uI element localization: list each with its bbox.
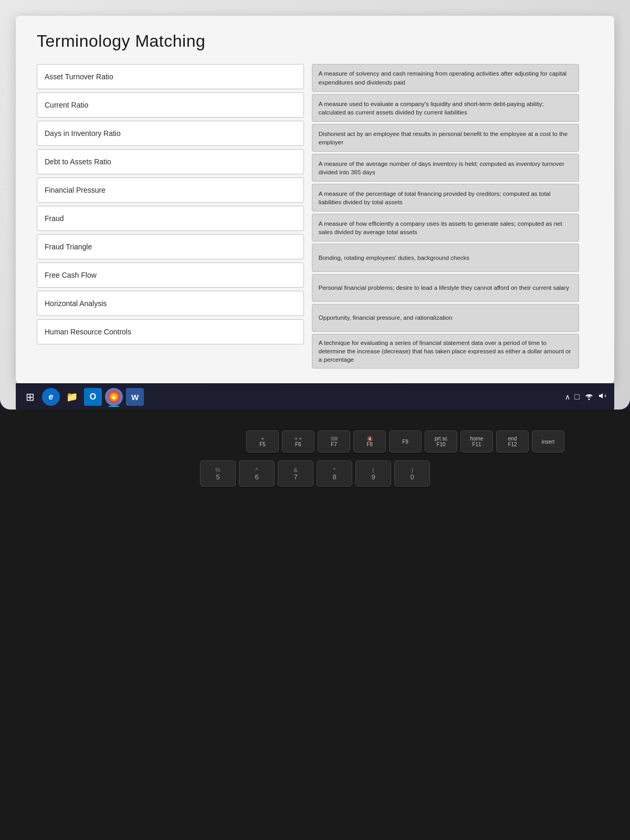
key-f12[interactable]: end F12 (496, 430, 529, 453)
taskbar-outlook-icon[interactable]: O (84, 388, 102, 406)
system-tray: ∧ □ (565, 391, 609, 403)
definition-box-def10[interactable]: A technique for evaluating a series of f… (312, 334, 579, 369)
definition-box-def2[interactable]: A measure used to evaluate a company's l… (312, 94, 579, 122)
key-f5[interactable]: ☀ F5 (246, 430, 279, 453)
term-box-asset-turnover[interactable]: Asset Turnover Ratio (37, 64, 304, 89)
definition-box-def5[interactable]: A measure of the percentage of total fin… (312, 184, 579, 212)
term-box-fraud-triangle[interactable]: Fraud Triangle (37, 234, 304, 259)
taskbar-files-icon[interactable]: 📁 (63, 388, 81, 406)
key-asterisk-8[interactable]: * 8 (317, 460, 352, 487)
page-title: Terminology Matching (37, 32, 593, 51)
matching-container: Asset Turnover RatioCurrent RatioDays in… (37, 64, 593, 369)
definition-box-def1[interactable]: A measure of solvency and cash remaining… (312, 64, 579, 92)
key-lparen-9[interactable]: ( 9 (355, 460, 391, 487)
definition-box-def7[interactable]: Bonding, rotating employees' duties, bac… (312, 244, 579, 271)
definition-box-def4[interactable]: A measure of the average number of days … (312, 154, 579, 182)
tray-up-arrow[interactable]: ∧ (565, 393, 570, 401)
content-area: Terminology Matching Asset Turnover Rati… (16, 16, 614, 383)
definition-box-def8[interactable]: Personal financial problems; desire to l… (312, 274, 579, 302)
key-f7[interactable]: ⌨ F7 (318, 430, 350, 453)
key-f10[interactable]: prt sc F10 (425, 430, 457, 453)
term-box-debt-assets[interactable]: Debt to Assets Ratio (37, 149, 304, 174)
taskbar-word-icon[interactable]: W (126, 388, 144, 406)
taskbar-windows-button[interactable]: ⊞ (21, 388, 39, 406)
term-box-human-resource-controls[interactable]: Human Resource Controls (37, 319, 304, 344)
key-f6[interactable]: ☀☀ F6 (282, 430, 314, 453)
term-box-days-inventory[interactable]: Days in Inventory Ratio (37, 121, 304, 146)
term-box-horizontal-analysis[interactable]: Horizontal Analysis (37, 291, 304, 316)
key-f11[interactable]: home F11 (460, 430, 493, 453)
number-row: % 5 ^ 6 & 7 * 8 ( 9 ) 0 (66, 460, 564, 487)
key-insert[interactable]: insert (532, 430, 564, 453)
key-percent-5[interactable]: % 5 (200, 460, 236, 487)
definition-box-def9[interactable]: Opportunity, financial pressure, and rat… (312, 304, 579, 332)
term-box-free-cash-flow[interactable]: Free Cash Flow (37, 262, 304, 288)
term-box-financial-pressure[interactable]: Financial Pressure (37, 177, 304, 203)
key-rparen-0[interactable]: ) 0 (394, 460, 430, 487)
key-f8[interactable]: 🔇 F8 (353, 430, 386, 453)
tray-wifi-icon (584, 392, 594, 402)
definitions-column: A measure of solvency and cash remaining… (312, 64, 579, 369)
term-box-fraud[interactable]: Fraud (37, 206, 304, 231)
term-box-current-ratio[interactable]: Current Ratio (37, 92, 304, 118)
definition-box-def3[interactable]: Dishonest act by an employee that result… (312, 124, 579, 152)
screen-taskbar: ⊞ e 📁 O ● W ∧ □ (16, 383, 614, 411)
screen: Terminology Matching Asset Turnover Rati… (0, 0, 630, 410)
key-caret-6[interactable]: ^ 6 (239, 460, 275, 487)
key-ampersand-7[interactable]: & 7 (278, 460, 313, 487)
key-f9[interactable]: F9 (389, 430, 422, 453)
terms-column: Asset Turnover RatioCurrent RatioDays in… (37, 64, 304, 369)
tray-volume-icon (598, 391, 609, 403)
tray-monitor-icon: □ (574, 392, 580, 402)
keyboard-area: ☀ F5 ☀☀ F6 ⌨ F7 🔇 F8 F9 prt sc F10 home … (0, 410, 630, 840)
taskbar-chrome-icon[interactable]: ● (105, 388, 123, 406)
definition-box-def6[interactable]: A measure of how efficiently a company u… (312, 214, 579, 242)
function-key-row: ☀ F5 ☀☀ F6 ⌨ F7 🔇 F8 F9 prt sc F10 home … (66, 430, 564, 453)
taskbar-edge-icon[interactable]: e (42, 388, 60, 406)
